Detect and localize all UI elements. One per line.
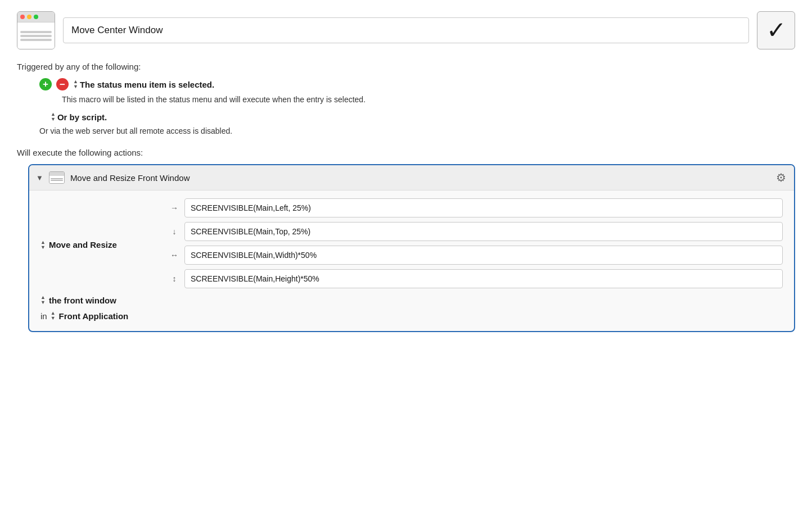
field-row-w: ↔ <box>170 246 783 265</box>
field-y-input[interactable] <box>184 222 783 241</box>
macro-icon <box>17 11 55 49</box>
move-resize-label-col: ▲▼ Move and Resize <box>40 237 164 250</box>
remove-trigger-button[interactable] <box>56 78 69 90</box>
arrow-width-icon: ↔ <box>170 251 179 260</box>
action-card-body: ▲▼ Move and Resize → ↓ ↔ <box>29 190 794 331</box>
field-row-x: → <box>170 198 783 217</box>
dot-yellow <box>27 15 31 19</box>
collapse-arrow-icon[interactable]: ▼ <box>36 174 43 182</box>
field-w-input[interactable] <box>184 246 783 265</box>
move-resize-row: ▲▼ Move and Resize → ↓ ↔ <box>40 198 783 288</box>
trigger-2-label: Or by script. <box>57 112 107 122</box>
action-window-icon <box>49 171 65 184</box>
updown-arrows-icon: ▲▼ <box>73 79 78 89</box>
field-x-input[interactable] <box>184 198 783 217</box>
action-header-title: Move and Resize Front Window <box>70 173 769 183</box>
move-resize-selector[interactable]: Move and Resize <box>49 240 117 250</box>
window-selector[interactable]: the front window <box>49 296 116 305</box>
in-label: in <box>40 311 47 321</box>
in-app-row: in ▲▼ Front Application <box>40 311 783 321</box>
action-card: ▼ Move and Resize Front Window ⚙ ▲▼ Move… <box>28 164 795 332</box>
action-card-header: ▼ Move and Resize Front Window ⚙ <box>29 165 794 190</box>
trigger-1-selector[interactable]: ▲▼ The status menu item is selected. <box>73 79 214 89</box>
arrow-down-icon: ↓ <box>170 227 179 236</box>
field-rows: → ↓ ↔ ↕ <box>170 198 783 288</box>
header-row: ✓ <box>17 11 795 49</box>
add-trigger-button[interactable] <box>39 78 52 90</box>
dot-green <box>34 15 38 19</box>
gear-button[interactable]: ⚙ <box>775 170 787 185</box>
updown-arrows-icon-3: ▲▼ <box>40 240 46 250</box>
field-h-input[interactable] <box>184 269 783 288</box>
arrow-height-icon: ↕ <box>170 274 179 283</box>
actions-section-label: Will execute the following actions: <box>17 148 795 157</box>
trigger-1-row: ▲▼ The status menu item is selected. <box>39 78 795 90</box>
trigger-1-label: The status menu item is selected. <box>80 80 214 89</box>
macro-title-input[interactable] <box>63 17 749 43</box>
app-selector[interactable]: Front Application <box>59 311 129 321</box>
enabled-checkmark[interactable]: ✓ <box>757 11 795 49</box>
updown-arrows-icon-4: ▲▼ <box>40 295 46 305</box>
updown-arrows-icon-5: ▲▼ <box>51 311 56 321</box>
trigger-2-row: ▲▼ Or by script. <box>51 112 795 122</box>
field-row-y: ↓ <box>170 222 783 241</box>
window-selector-row: ▲▼ the front window <box>40 295 783 305</box>
field-row-h: ↕ <box>170 269 783 288</box>
trigger-2-selector[interactable]: ▲▼ Or by script. <box>51 112 107 122</box>
trigger-section-label: Triggered by any of the following: <box>17 62 795 71</box>
dot-red <box>20 15 25 19</box>
updown-arrows-icon-2: ▲▼ <box>51 112 56 122</box>
trigger-1-description: This macro will be listed in the status … <box>62 95 795 104</box>
arrow-right-icon: → <box>170 203 179 212</box>
or-via-text: Or via the web server but all remote acc… <box>39 126 795 135</box>
